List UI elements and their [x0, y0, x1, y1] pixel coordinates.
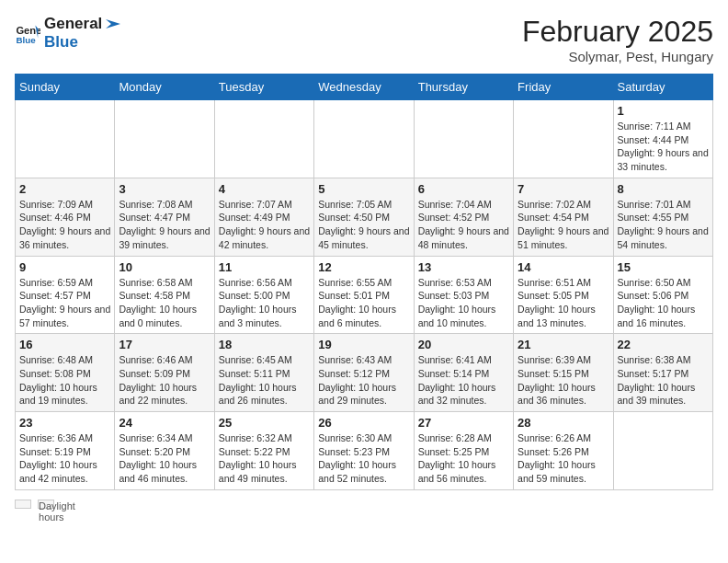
calendar-subtitle: Solymar, Pest, Hungary	[522, 49, 713, 64]
calendar-cell: 27Sunrise: 6:28 AM Sunset: 5:25 PM Dayli…	[414, 412, 513, 490]
day-number: 14	[518, 260, 609, 274]
calendar-cell: 16Sunrise: 6:48 AM Sunset: 5:08 PM Dayli…	[16, 334, 115, 412]
logo-icon: General Blue	[15, 20, 40, 46]
header-row: SundayMondayTuesdayWednesdayThursdayFrid…	[16, 75, 713, 100]
logo-arrow-icon	[104, 16, 124, 32]
calendar-cell: 6Sunrise: 7:04 AM Sunset: 4:52 PM Daylig…	[414, 178, 513, 256]
calendar-cell: 26Sunrise: 6:30 AM Sunset: 5:23 PM Dayli…	[314, 412, 414, 490]
logo-general: General	[44, 15, 102, 33]
daylight-label: Daylight hours	[38, 500, 54, 509]
calendar-body: 1Sunrise: 7:11 AM Sunset: 4:44 PM Daylig…	[16, 100, 713, 490]
header-day-tuesday: Tuesday	[214, 75, 313, 100]
calendar-cell: 14Sunrise: 6:51 AM Sunset: 5:05 PM Dayli…	[514, 256, 613, 334]
calendar-cell: 20Sunrise: 6:41 AM Sunset: 5:14 PM Dayli…	[414, 334, 513, 412]
day-info: Sunrise: 7:07 AM Sunset: 4:49 PM Dayligh…	[219, 198, 310, 252]
calendar-cell: 1Sunrise: 7:11 AM Sunset: 4:44 PM Daylig…	[613, 100, 712, 178]
logo-blue: Blue	[44, 33, 78, 51]
day-info: Sunrise: 6:56 AM Sunset: 5:00 PM Dayligh…	[219, 276, 310, 330]
day-number: 13	[418, 260, 509, 274]
day-info: Sunrise: 6:50 AM Sunset: 5:06 PM Dayligh…	[618, 276, 709, 330]
day-info: Sunrise: 6:26 AM Sunset: 5:26 PM Dayligh…	[518, 431, 609, 486]
calendar-cell	[115, 100, 214, 178]
logo: General Blue General Blue	[15, 15, 124, 52]
day-info: Sunrise: 6:45 AM Sunset: 5:11 PM Dayligh…	[219, 353, 310, 408]
week-row-4: 16Sunrise: 6:48 AM Sunset: 5:08 PM Dayli…	[16, 334, 713, 412]
day-number: 22	[618, 338, 709, 351]
calendar-cell: 7Sunrise: 7:02 AM Sunset: 4:54 PM Daylig…	[514, 178, 613, 256]
calendar-cell: 19Sunrise: 6:43 AM Sunset: 5:12 PM Dayli…	[314, 334, 414, 412]
daylight-swatch	[15, 500, 31, 509]
day-info: Sunrise: 6:58 AM Sunset: 4:58 PM Dayligh…	[119, 276, 210, 330]
header-day-wednesday: Wednesday	[314, 75, 414, 100]
day-number: 12	[318, 260, 409, 274]
day-info: Sunrise: 7:08 AM Sunset: 4:47 PM Dayligh…	[119, 198, 210, 252]
day-number: 7	[518, 182, 609, 196]
day-info: Sunrise: 6:53 AM Sunset: 5:03 PM Dayligh…	[418, 276, 509, 330]
day-info: Sunrise: 6:30 AM Sunset: 5:23 PM Dayligh…	[318, 431, 409, 486]
calendar-cell: 10Sunrise: 6:58 AM Sunset: 4:58 PM Dayli…	[115, 256, 214, 334]
day-info: Sunrise: 6:41 AM Sunset: 5:14 PM Dayligh…	[418, 353, 509, 408]
day-number: 5	[318, 182, 409, 196]
calendar-cell: 17Sunrise: 6:46 AM Sunset: 5:09 PM Dayli…	[115, 334, 214, 412]
calendar-cell: 25Sunrise: 6:32 AM Sunset: 5:22 PM Dayli…	[214, 412, 313, 490]
day-info: Sunrise: 7:09 AM Sunset: 4:46 PM Dayligh…	[19, 198, 110, 252]
day-info: Sunrise: 6:39 AM Sunset: 5:15 PM Dayligh…	[518, 353, 609, 408]
calendar-cell	[514, 100, 613, 178]
calendar-cell	[16, 100, 115, 178]
day-number: 16	[19, 338, 110, 351]
footer-note: Daylight hours	[15, 498, 713, 509]
calendar-cell: 23Sunrise: 6:36 AM Sunset: 5:19 PM Dayli…	[16, 412, 115, 490]
calendar-cell: 12Sunrise: 6:55 AM Sunset: 5:01 PM Dayli…	[314, 256, 414, 334]
day-info: Sunrise: 6:51 AM Sunset: 5:05 PM Dayligh…	[518, 276, 609, 330]
calendar-cell: 28Sunrise: 6:26 AM Sunset: 5:26 PM Dayli…	[514, 412, 613, 490]
calendar-cell: 3Sunrise: 7:08 AM Sunset: 4:47 PM Daylig…	[115, 178, 214, 256]
week-row-2: 2Sunrise: 7:09 AM Sunset: 4:46 PM Daylig…	[16, 178, 713, 256]
day-number: 25	[219, 416, 310, 430]
calendar-cell: 11Sunrise: 6:56 AM Sunset: 5:00 PM Dayli…	[214, 256, 313, 334]
day-number: 6	[418, 182, 509, 196]
day-info: Sunrise: 7:02 AM Sunset: 4:54 PM Dayligh…	[518, 198, 609, 252]
day-info: Sunrise: 6:55 AM Sunset: 5:01 PM Dayligh…	[318, 276, 409, 330]
day-number: 2	[19, 182, 110, 196]
day-info: Sunrise: 7:05 AM Sunset: 4:50 PM Dayligh…	[318, 198, 409, 252]
day-number: 23	[19, 416, 110, 430]
day-number: 26	[318, 416, 409, 430]
calendar-cell: 13Sunrise: 6:53 AM Sunset: 5:03 PM Dayli…	[414, 256, 513, 334]
day-number: 3	[119, 182, 210, 196]
calendar-table: SundayMondayTuesdayWednesdayThursdayFrid…	[15, 74, 713, 490]
calendar-cell: 5Sunrise: 7:05 AM Sunset: 4:50 PM Daylig…	[314, 178, 414, 256]
day-info: Sunrise: 6:34 AM Sunset: 5:20 PM Dayligh…	[119, 431, 210, 486]
day-number: 9	[19, 260, 110, 274]
svg-text:Blue: Blue	[16, 35, 36, 45]
calendar-cell	[214, 100, 313, 178]
header-day-friday: Friday	[514, 75, 613, 100]
day-info: Sunrise: 7:01 AM Sunset: 4:55 PM Dayligh…	[618, 198, 709, 252]
week-row-3: 9Sunrise: 6:59 AM Sunset: 4:57 PM Daylig…	[16, 256, 713, 334]
calendar-cell: 15Sunrise: 6:50 AM Sunset: 5:06 PM Dayli…	[613, 256, 712, 334]
day-number: 1	[618, 104, 709, 118]
calendar-cell: 2Sunrise: 7:09 AM Sunset: 4:46 PM Daylig…	[16, 178, 115, 256]
day-info: Sunrise: 6:28 AM Sunset: 5:25 PM Dayligh…	[418, 431, 509, 486]
day-info: Sunrise: 6:36 AM Sunset: 5:19 PM Dayligh…	[19, 431, 110, 486]
day-number: 19	[318, 338, 409, 351]
page-header: General Blue General Blue February 2025 …	[15, 15, 713, 64]
header-day-sunday: Sunday	[16, 75, 115, 100]
calendar-cell: 9Sunrise: 6:59 AM Sunset: 4:57 PM Daylig…	[16, 256, 115, 334]
day-info: Sunrise: 6:38 AM Sunset: 5:17 PM Dayligh…	[618, 353, 709, 408]
day-number: 8	[618, 182, 709, 196]
day-number: 20	[418, 338, 509, 351]
calendar-cell: 18Sunrise: 6:45 AM Sunset: 5:11 PM Dayli…	[214, 334, 313, 412]
calendar-cell	[314, 100, 414, 178]
day-number: 21	[518, 338, 609, 351]
header-day-monday: Monday	[115, 75, 214, 100]
day-number: 28	[518, 416, 609, 430]
day-number: 18	[219, 338, 310, 351]
day-number: 15	[618, 260, 709, 274]
day-info: Sunrise: 7:11 AM Sunset: 4:44 PM Dayligh…	[618, 120, 709, 174]
header-day-saturday: Saturday	[613, 75, 712, 100]
day-info: Sunrise: 6:48 AM Sunset: 5:08 PM Dayligh…	[19, 353, 110, 408]
day-number: 27	[418, 416, 509, 430]
day-number: 24	[119, 416, 210, 430]
day-info: Sunrise: 6:32 AM Sunset: 5:22 PM Dayligh…	[219, 431, 310, 486]
calendar-cell: 4Sunrise: 7:07 AM Sunset: 4:49 PM Daylig…	[214, 178, 313, 256]
